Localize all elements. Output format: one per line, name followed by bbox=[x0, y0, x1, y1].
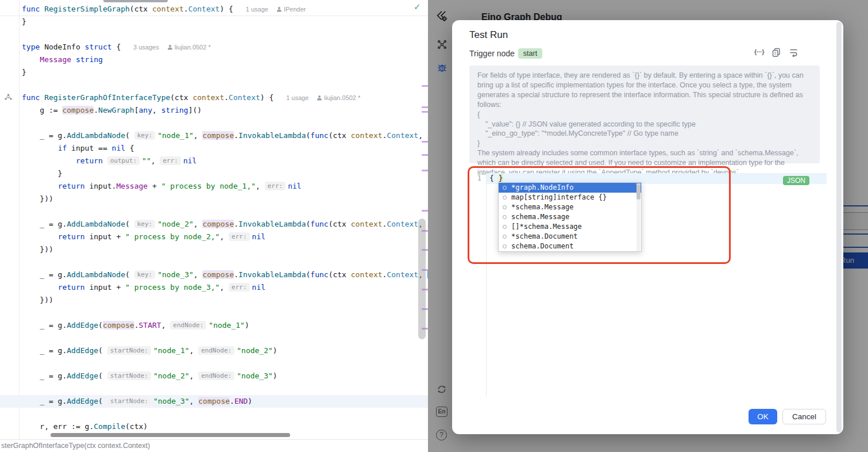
editor-line-number: 1 bbox=[473, 174, 481, 182]
type-autocomplete-popup: *graph.NodeInfomap[string]interface {}*s… bbox=[498, 182, 642, 252]
usages-annotation[interactable]: 1 usage bbox=[246, 6, 268, 13]
code-line[interactable]: _ = g.AddEdge( startNode:"node_1", endNo… bbox=[0, 344, 428, 357]
type-option-icon bbox=[503, 235, 507, 239]
change-stripe-mark bbox=[422, 141, 428, 143]
code-line[interactable] bbox=[0, 382, 428, 395]
code-line[interactable]: _ = g.AddEdge( startNode:"node_3", compo… bbox=[0, 395, 428, 408]
code-line[interactable]: _ = g.AddLambdaNode( key:"node_1", compo… bbox=[0, 129, 428, 142]
code-line[interactable]: })) bbox=[0, 243, 428, 256]
type-option-icon bbox=[503, 205, 507, 209]
editor-toolbar: {···} bbox=[754, 47, 798, 57]
autocomplete-item[interactable]: schema.Document bbox=[499, 242, 641, 251]
inspection-ok-icon[interactable]: ✓ bbox=[414, 2, 421, 12]
editor-gutter-line bbox=[486, 172, 487, 397]
graph-gutter-icon[interactable] bbox=[4, 93, 13, 101]
ok-button[interactable]: OK bbox=[749, 409, 777, 424]
code-line[interactable] bbox=[0, 307, 428, 319]
soft-wrap-icon[interactable] bbox=[789, 47, 798, 57]
format-braces-icon[interactable]: {···} bbox=[754, 47, 764, 57]
code-line[interactable]: } bbox=[0, 16, 428, 28]
autocomplete-item[interactable]: *schema.Message bbox=[499, 202, 641, 212]
code-line[interactable]: func RegisterGraphOfInterfaceType(ctx co… bbox=[0, 91, 428, 104]
type-option-icon bbox=[503, 196, 507, 200]
code-line[interactable] bbox=[0, 357, 428, 370]
vcs-author-annotation[interactable]: liujian.0502 * bbox=[167, 44, 211, 51]
test-run-dialog: Test Run Trigger node start {···} For fi… bbox=[452, 20, 843, 434]
close-brace: } bbox=[499, 174, 503, 182]
code-line[interactable] bbox=[0, 79, 428, 91]
dialog-scrollbar[interactable] bbox=[836, 22, 842, 432]
code-line[interactable]: g := compose.NewGraph[any, string]() bbox=[0, 104, 428, 117]
change-stripe-mark bbox=[422, 210, 428, 212]
type-option-icon bbox=[503, 225, 507, 229]
code-line[interactable] bbox=[0, 117, 428, 129]
autocomplete-item[interactable]: *graph.NodeInfo bbox=[499, 183, 641, 193]
json-lang-badge: JSON bbox=[783, 176, 809, 185]
autocomplete-item[interactable]: *schema.Document bbox=[499, 232, 641, 242]
horizontal-scrollbar[interactable] bbox=[51, 433, 290, 437]
autocomplete-item[interactable]: schema.Message bbox=[499, 212, 641, 222]
code-line[interactable]: return output:"", err:nil bbox=[0, 155, 428, 167]
code-line[interactable]: _ = g.AddLambdaNode( key:"node_3", compo… bbox=[0, 269, 428, 281]
type-option-icon bbox=[503, 244, 507, 248]
code-line[interactable]: r, err := g.Compile(ctx) bbox=[0, 420, 428, 433]
code-line[interactable]: })) bbox=[0, 294, 428, 307]
code-editor[interactable]: func RegisterSimpleGraph(ctx context.Con… bbox=[0, 0, 428, 452]
code-lines: func RegisterSimpleGraph(ctx context.Con… bbox=[0, 3, 428, 433]
trigger-node-badge: start bbox=[518, 48, 542, 59]
breadcrumb[interactable]: sterGraphOfInterfaceType(ctx context.Con… bbox=[0, 439, 428, 452]
app-root: func RegisterSimpleGraph(ctx context.Con… bbox=[0, 0, 868, 452]
code-line[interactable]: type NodeInfo struct { 3 usagesliujian.0… bbox=[0, 41, 428, 53]
code-line[interactable]: Message string bbox=[0, 53, 428, 66]
type-option-icon bbox=[503, 215, 507, 219]
dialog-title: Test Run bbox=[469, 29, 508, 41]
code-line[interactable]: return input + " process by node_2,", er… bbox=[0, 231, 428, 243]
change-stripe-mark bbox=[422, 85, 428, 87]
cancel-button[interactable]: Cancel bbox=[782, 409, 826, 424]
editor-top-strip bbox=[103, 0, 168, 2]
code-line[interactable]: })) bbox=[0, 193, 428, 205]
usages-annotation[interactable]: 1 usage bbox=[286, 94, 308, 101]
trigger-node-label: Trigger node bbox=[469, 49, 515, 58]
code-line[interactable] bbox=[0, 256, 428, 269]
change-stripe-mark bbox=[422, 154, 428, 156]
open-brace: { bbox=[489, 174, 494, 182]
autocomplete-item[interactable]: []*schema.Message bbox=[499, 222, 641, 232]
vertical-scrollbar[interactable] bbox=[418, 219, 426, 339]
change-stripe-mark bbox=[422, 111, 428, 113]
autocomplete-scroll-thumb[interactable] bbox=[636, 184, 641, 200]
code-line[interactable] bbox=[0, 205, 428, 218]
code-line[interactable]: func RegisterSimpleGraph(ctx context.Con… bbox=[0, 3, 428, 16]
change-stripe-mark bbox=[422, 170, 428, 171]
code-line[interactable]: return input + " process by node_3,", er… bbox=[0, 281, 428, 294]
code-line[interactable]: if input == nil { bbox=[0, 142, 428, 155]
copy-icon[interactable] bbox=[771, 47, 781, 57]
sticky-line-separator bbox=[0, 16, 428, 16]
trigger-node-row: Trigger node start bbox=[469, 47, 542, 60]
code-line[interactable]: _ = g.AddEdge(compose.START, endNode:"no… bbox=[0, 319, 428, 332]
code-line[interactable]: _ = g.AddLambdaNode( key:"node_2", compo… bbox=[0, 218, 428, 231]
interface-help-text: For fields of type interface, they are r… bbox=[469, 66, 820, 163]
autocomplete-scrollbar[interactable] bbox=[636, 183, 641, 251]
autocomplete-item[interactable]: map[string]interface {} bbox=[499, 193, 641, 202]
code-line[interactable]: } bbox=[0, 66, 428, 79]
code-line[interactable] bbox=[0, 28, 428, 41]
usages-annotation[interactable]: 3 usages bbox=[133, 44, 159, 51]
json-editor-line[interactable]: {} bbox=[489, 174, 503, 182]
code-line[interactable]: } bbox=[0, 167, 428, 180]
change-stripe-mark bbox=[422, 106, 428, 108]
code-line[interactable] bbox=[0, 408, 428, 420]
type-option-icon bbox=[503, 186, 507, 190]
code-line[interactable] bbox=[0, 332, 428, 344]
vcs-author-annotation[interactable]: IPender bbox=[276, 6, 306, 13]
code-line[interactable]: return input.Message + " process by node… bbox=[0, 180, 428, 193]
vcs-author-annotation[interactable]: liujian.0502 * bbox=[317, 94, 360, 101]
code-line[interactable]: _ = g.AddEdge( startNode:"node_2", endNo… bbox=[0, 370, 428, 382]
